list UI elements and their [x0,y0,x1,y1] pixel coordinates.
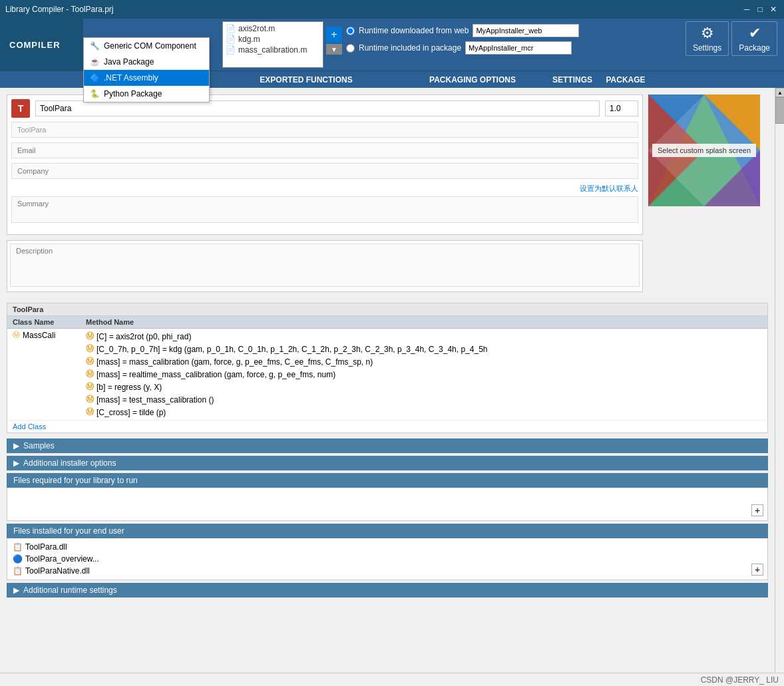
class-name-text: MassCali [23,331,55,340]
exported-file-3: 📄 mass_calibration.m [226,45,320,55]
settings-button[interactable]: ⚙ Settings [686,21,729,56]
type-item-java[interactable]: ☕ Java Package [84,54,209,70]
method-text-4: [mass] = realtime_mass_calibration (gam,… [97,370,335,379]
splash-svg [648,94,760,206]
method-icon-4: Ⓜ [86,369,94,380]
email-row [11,142,638,160]
files-installed-section: Files installed for your end user 📋 Tool… [7,524,768,580]
method-text-5: [b] = regress (y, X) [97,383,162,392]
app-display-name-input[interactable] [11,122,638,138]
installer-options-section-header[interactable]: ▶ Additional installer options [7,456,768,470]
installer-options-label: Additional installer options [23,458,116,468]
app-name-input[interactable] [35,100,600,116]
add-exported-button[interactable]: + [326,27,342,43]
net-icon: 🔷 [89,73,100,83]
method-icon-5: Ⓜ [86,381,94,393]
window-controls: ─ □ ✕ [741,4,779,15]
samples-label: Samples [23,441,55,450]
description-input[interactable] [10,244,640,287]
description-wrapper [7,241,642,291]
statusbar: CSDN @JERRY_ LIU [0,673,784,686]
top-section: T [7,94,768,297]
exported-files-area: 📄 axis2rot.m 📄 kdg.m 📄 mass_calibration.… [220,19,326,71]
samples-section-header[interactable]: ▶ Samples [7,438,768,453]
exported-files-list: 📄 axis2rot.m 📄 kdg.m 📄 mass_calibration.… [222,21,323,68]
package-button[interactable]: ✔ Package [731,21,777,56]
method-icon-2: Ⓜ [86,343,94,355]
dll-icon-1: 📋 [13,542,23,552]
runtime-pkg-radio[interactable] [346,44,355,53]
add-required-file-button[interactable]: + [751,504,763,516]
maximize-button[interactable]: □ [755,4,765,15]
method-row-6: Ⓜ [mass] = test_mass_calibration () [86,393,762,406]
app-info-section: T [7,94,643,297]
files-installed-header: Files installed for your end user [7,524,768,538]
method-text-6: [mass] = test_mass_calibration () [97,395,214,405]
version-input[interactable] [605,100,638,116]
col-packaging-header: PACKAGING OPTIONS [399,75,546,85]
description-box [7,240,643,292]
summary-row [11,196,638,228]
set-default-link[interactable]: 设置为默认联系人 [11,184,638,194]
class-table: Class Name Method Name Ⓜ MassCali [7,316,767,421]
compiler-label: COMPILER [0,19,83,71]
package-icon: ✔ [749,25,761,42]
type-item-generic-label: Generic COM Component [104,41,196,51]
app-info-form: T [7,95,642,234]
package-label: Package [739,43,770,53]
method-text-1: [C] = axis2rot (p0, phi_rad) [97,332,191,341]
scroll-up-arrow[interactable]: ▲ [775,88,784,97]
type-item-python[interactable]: 🐍 Python Package [84,86,209,102]
col-package-header: PACKAGE [599,75,652,85]
runtime-web-input[interactable] [473,24,579,37]
main-content: T [0,88,784,686]
titlebar: Library Compiler - ToolPara.prj ─ □ ✕ [0,0,784,19]
file-name-1: axis2rot.m [238,24,275,33]
python-icon: 🐍 [89,88,100,99]
company-input[interactable] [11,163,638,179]
add-class-link[interactable]: Add Class [7,421,767,432]
add-button-area: + ▼ [326,27,342,55]
col-settings-header: SETTINGS [546,75,599,85]
settings-package-area: ⚙ Settings ✔ Package [686,21,777,56]
runtime-web-radio[interactable] [346,27,355,35]
runtime-options: Runtime downloaded from web Runtime incl… [346,24,579,55]
splash-screen[interactable]: Select custom splash screen [648,94,760,206]
installed-file-3: 📋 ToolParaNative.dll [10,565,765,577]
close-button[interactable]: ✕ [768,4,779,15]
method-row-4: Ⓜ [mass] = realtime_mass_calibration (ga… [86,368,762,381]
files-installed-body: 📋 ToolPara.dll 🔵 ToolPara_overview... 📋 … [7,538,768,580]
runtime-pkg-input[interactable] [465,41,572,55]
runtime-settings-chevron-icon: ▶ [13,586,19,595]
file-icon-1: 📄 [226,24,236,33]
summary-input[interactable] [11,196,638,223]
method-name-header: Method Name [81,316,767,329]
method-row-1: Ⓜ [C] = axis2rot (p0, phi_rad) [86,330,762,343]
files-required-header: Files required for your library to run [7,473,768,488]
exported-file-1: 📄 axis2rot.m [226,23,320,34]
type-item-net[interactable]: 🔷 .NET Assembly [84,70,209,86]
settings-icon: ⚙ [701,25,714,42]
runtime-settings-section-header[interactable]: ▶ Additional runtime settings [7,583,768,598]
method-icon-3: Ⓜ [86,356,94,367]
splash-area: Select custom splash screen [648,94,768,297]
file-name-2: kdg.m [238,35,260,44]
email-input[interactable] [11,142,638,158]
runtime-pkg-row: Runtime included in package [346,41,579,55]
method-icon-6: Ⓜ [86,394,94,405]
runtime-settings-label: Additional runtime settings [23,586,117,595]
settings-label: Settings [693,43,721,53]
class-row-masscali: Ⓜ MassCali Ⓜ [C] = axis2rot (p0, phi_rad… [7,329,767,421]
statusbar-text: CSDN @JERRY_ LIU [701,675,779,685]
type-item-generic[interactable]: 🔧 Generic COM Component [84,38,209,54]
scroll-thumb[interactable] [775,97,784,124]
col-exported-header: EXPORTED FUNCTIONS [213,75,399,85]
add-installed-file-button[interactable]: + [751,564,763,576]
app-icon: T [11,99,30,118]
method-text-7: [C_cross] = tilde (p) [97,408,166,417]
installer-chevron-icon: ▶ [13,458,19,468]
exported-arrow-button[interactable]: ▼ [326,44,342,55]
right-scrollbar[interactable]: ▲ ▼ [775,88,784,686]
overview-icon: 🔵 [13,554,23,564]
minimize-button[interactable]: ─ [741,4,752,15]
